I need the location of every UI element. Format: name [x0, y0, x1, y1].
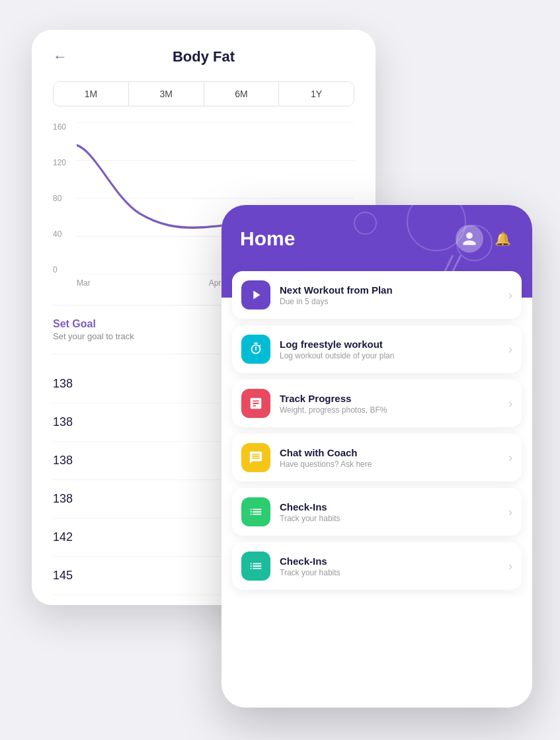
card-title: Body Fat: [173, 48, 235, 65]
set-goal-sub: Set your goal to track: [53, 331, 134, 341]
home-title: Home: [240, 227, 295, 250]
time-tabs: 1M 3M 6M 1Y: [53, 81, 354, 106]
menu-item-track-progress[interactable]: Track Progress Weight, progress photos, …: [232, 380, 522, 427]
checkins-2-title: Check-Ins: [280, 555, 508, 567]
weight-value: 138: [53, 492, 73, 506]
set-goal-heading[interactable]: Set Goal: [53, 318, 134, 330]
back-button[interactable]: ←: [53, 48, 67, 65]
y-label-160: 160: [53, 122, 71, 132]
y-label-80: 80: [53, 194, 71, 203]
track-progress-icon-wrap: [241, 389, 270, 418]
checkins-1-text: Check-Ins Track your habits: [280, 501, 508, 523]
weight-value: 138: [53, 377, 73, 391]
track-progress-title: Track Progress: [280, 393, 508, 404]
checkins-icon: [249, 505, 263, 519]
y-label-40: 40: [53, 229, 71, 239]
next-workout-text: Next Workout from Plan Due in 5 days: [280, 284, 508, 306]
track-progress-text: Track Progress Weight, progress photos, …: [280, 393, 508, 415]
checkins-1-title: Check-Ins: [280, 501, 508, 513]
weight-value: 138: [53, 415, 73, 429]
checkins-1-chevron: ›: [508, 505, 512, 519]
next-workout-chevron: ›: [508, 288, 512, 302]
timer-icon: [249, 342, 263, 356]
x-label-apr: Apr: [209, 278, 221, 294]
weight-value: 138: [53, 454, 73, 468]
chat-coach-sub: Have questions? Ask here: [280, 460, 508, 469]
freestyle-icon-wrap: [241, 335, 270, 364]
home-card: Home 🔔: [221, 205, 532, 708]
tab-3m[interactable]: 3M: [129, 82, 204, 106]
menu-item-checkins-2[interactable]: Check-Ins Track your habits ›: [232, 542, 522, 590]
freestyle-chevron: ›: [508, 343, 512, 356]
tab-1m[interactable]: 1M: [54, 82, 129, 106]
chat-coach-title: Chat with Coach: [280, 447, 508, 458]
next-workout-sub: Due in 5 days: [280, 297, 508, 306]
freestyle-title: Log freestyle workout: [280, 339, 508, 350]
set-goal-text: Set Goal Set your goal to track: [53, 318, 134, 341]
chat-coach-chevron: ›: [508, 451, 512, 465]
weight-value: 145: [53, 569, 73, 583]
checkins-2-icon: [249, 559, 263, 573]
weight-value: 142: [53, 530, 73, 544]
next-workout-icon-wrap: [241, 280, 270, 309]
chat-icon: [249, 450, 263, 465]
chat-coach-icon-wrap: [241, 443, 270, 472]
menu-item-freestyle[interactable]: Log freestyle workout Log workout outsid…: [232, 325, 522, 373]
chart-y-labels: 160 120 80 40 0: [53, 122, 71, 274]
checkins-1-sub: Track your habits: [280, 514, 508, 523]
freestyle-text: Log freestyle workout Log workout outsid…: [280, 339, 508, 360]
next-workout-title: Next Workout from Plan: [280, 284, 508, 296]
checkins-2-icon-wrap: [241, 552, 270, 581]
y-label-0: 0: [53, 265, 71, 274]
checkins-2-chevron: ›: [508, 559, 512, 573]
y-label-120: 120: [53, 158, 71, 167]
tab-1y[interactable]: 1Y: [279, 82, 354, 106]
menu-item-chat-coach[interactable]: Chat with Coach Have questions? Ask here…: [232, 434, 522, 481]
chat-coach-text: Chat with Coach Have questions? Ask here: [280, 447, 508, 469]
menu-item-checkins-1[interactable]: Check-Ins Track your habits ›: [232, 488, 522, 536]
tab-6m[interactable]: 6M: [204, 82, 280, 106]
x-label-mar: Mar: [77, 278, 91, 294]
menu-item-next-workout[interactable]: Next Workout from Plan Due in 5 days ›: [232, 271, 522, 319]
track-progress-chevron: ›: [508, 397, 512, 411]
play-icon: [249, 288, 263, 302]
menu-list: Next Workout from Plan Due in 5 days › L…: [221, 271, 532, 590]
bell-icon: 🔔: [495, 231, 511, 247]
track-progress-sub: Weight, progress photos, BF%: [280, 405, 508, 415]
chart-icon: [249, 396, 263, 411]
freestyle-sub: Log workout outside of your plan: [280, 351, 508, 360]
checkins-2-text: Check-Ins Track your habits: [280, 555, 508, 577]
checkins-1-icon-wrap: [241, 497, 270, 526]
bell-button[interactable]: 🔔: [491, 227, 514, 250]
card-header: ← Body Fat: [53, 48, 354, 65]
checkins-2-sub: Track your habits: [280, 568, 508, 577]
deco-circle-3: [354, 212, 377, 235]
